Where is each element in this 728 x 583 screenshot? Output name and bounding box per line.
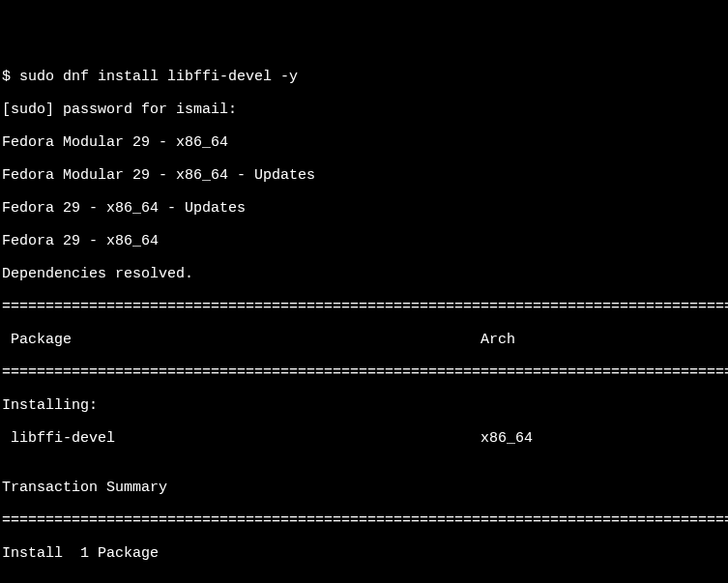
package-row: libffi-devel x86_64: [2, 430, 726, 447]
table-header: Package Arch: [2, 332, 726, 348]
deps-resolved: Dependencies resolved.: [2, 266, 726, 282]
command-line: $ sudo dnf install libffi-devel -y: [2, 69, 726, 85]
separator-eq: ========================================…: [2, 364, 726, 381]
installing-label: Installing:: [2, 397, 726, 414]
repo-line: Fedora Modular 29 - x86_64 - Updates: [2, 167, 726, 184]
repo-line: Fedora 29 - x86_64: [2, 233, 726, 249]
password-prompt: [sudo] password for ismail:: [2, 102, 726, 118]
transaction-summary: Transaction Summary: [2, 480, 726, 496]
repo-line: Fedora 29 - x86_64 - Updates: [2, 200, 726, 217]
install-count: Install 1 Package: [2, 545, 726, 562]
repo-line: Fedora Modular 29 - x86_64: [2, 134, 726, 151]
separator-eq: ========================================…: [2, 512, 726, 529]
separator-eq: ========================================…: [2, 299, 726, 315]
